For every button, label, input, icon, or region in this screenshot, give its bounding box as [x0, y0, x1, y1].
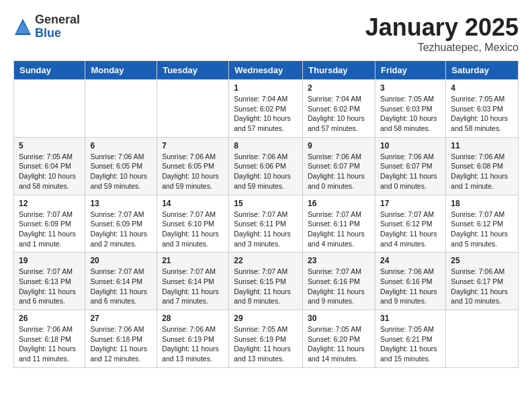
logo-text: General Blue — [35, 13, 80, 40]
day-info: Sunrise: 7:06 AM Sunset: 6:06 PM Dayligh… — [234, 152, 298, 191]
day-number: 4 — [451, 83, 513, 93]
weekday-header-friday: Friday — [375, 61, 445, 80]
month-title: January 2025 — [365, 13, 519, 42]
day-info: Sunrise: 7:05 AM Sunset: 6:03 PM Dayligh… — [380, 94, 441, 134]
day-info: Sunrise: 7:07 AM Sunset: 6:11 PM Dayligh… — [308, 210, 370, 249]
day-number: 9 — [308, 141, 370, 150]
day-number: 3 — [380, 83, 441, 93]
day-number: 21 — [162, 256, 224, 265]
calendar-cell: 27Sunrise: 7:06 AM Sunset: 6:18 PM Dayli… — [85, 310, 157, 368]
day-info: Sunrise: 7:07 AM Sunset: 6:09 PM Dayligh… — [19, 210, 80, 249]
day-number: 19 — [19, 256, 80, 265]
day-number: 18 — [451, 199, 513, 208]
day-number: 28 — [162, 314, 224, 323]
day-info: Sunrise: 7:07 AM Sunset: 6:11 PM Dayligh… — [234, 210, 298, 249]
day-info: Sunrise: 7:06 AM Sunset: 6:17 PM Dayligh… — [451, 267, 513, 306]
calendar-cell: 31Sunrise: 7:05 AM Sunset: 6:21 PM Dayli… — [375, 310, 445, 368]
calendar-cell: 25Sunrise: 7:06 AM Sunset: 6:17 PM Dayli… — [446, 253, 519, 310]
svg-marker-1 — [16, 21, 30, 34]
logo-icon — [13, 17, 32, 36]
weekday-header-sunday: Sunday — [14, 61, 85, 80]
day-info: Sunrise: 7:05 AM Sunset: 6:04 PM Dayligh… — [19, 152, 80, 191]
calendar-cell: 5Sunrise: 7:05 AM Sunset: 6:04 PM Daylig… — [14, 137, 85, 195]
weekday-header-wednesday: Wednesday — [229, 61, 303, 80]
calendar-cell: 10Sunrise: 7:06 AM Sunset: 6:07 PM Dayli… — [375, 137, 445, 195]
day-number: 23 — [308, 256, 370, 265]
day-info: Sunrise: 7:06 AM Sunset: 6:07 PM Dayligh… — [308, 152, 370, 191]
calendar-cell: 12Sunrise: 7:07 AM Sunset: 6:09 PM Dayli… — [14, 195, 85, 253]
day-info: Sunrise: 7:07 AM Sunset: 6:14 PM Dayligh… — [162, 267, 224, 306]
location: Tezhuatepec, Mexico — [365, 42, 519, 54]
calendar-cell: 6Sunrise: 7:06 AM Sunset: 6:05 PM Daylig… — [85, 137, 157, 195]
day-number: 2 — [308, 83, 370, 93]
calendar-cell: 14Sunrise: 7:07 AM Sunset: 6:10 PM Dayli… — [157, 195, 229, 253]
calendar-cell — [85, 80, 157, 138]
calendar-cell: 1Sunrise: 7:04 AM Sunset: 6:02 PM Daylig… — [229, 80, 303, 138]
day-info: Sunrise: 7:07 AM Sunset: 6:14 PM Dayligh… — [90, 267, 152, 306]
calendar-cell: 15Sunrise: 7:07 AM Sunset: 6:11 PM Dayli… — [229, 195, 303, 253]
day-info: Sunrise: 7:07 AM Sunset: 6:12 PM Dayligh… — [380, 210, 441, 249]
calendar-cell — [157, 80, 229, 138]
day-info: Sunrise: 7:05 AM Sunset: 6:21 PM Dayligh… — [380, 324, 441, 364]
day-number: 13 — [90, 199, 152, 208]
calendar-cell: 18Sunrise: 7:07 AM Sunset: 6:12 PM Dayli… — [446, 195, 519, 253]
calendar-cell: 26Sunrise: 7:06 AM Sunset: 6:18 PM Dayli… — [14, 310, 85, 368]
weekday-header-row: SundayMondayTuesdayWednesdayThursdayFrid… — [14, 61, 519, 80]
week-row-5: 26Sunrise: 7:06 AM Sunset: 6:18 PM Dayli… — [14, 310, 519, 368]
day-number: 20 — [90, 256, 152, 265]
day-info: Sunrise: 7:05 AM Sunset: 6:03 PM Dayligh… — [451, 94, 513, 134]
calendar: SundayMondayTuesdayWednesdayThursdayFrid… — [13, 60, 519, 368]
calendar-cell: 4Sunrise: 7:05 AM Sunset: 6:03 PM Daylig… — [446, 80, 519, 138]
calendar-cell: 24Sunrise: 7:06 AM Sunset: 6:16 PM Dayli… — [375, 253, 445, 310]
day-info: Sunrise: 7:05 AM Sunset: 6:20 PM Dayligh… — [308, 324, 370, 364]
day-number: 16 — [308, 199, 370, 208]
day-info: Sunrise: 7:06 AM Sunset: 6:05 PM Dayligh… — [162, 152, 224, 191]
title-block: January 2025 Tezhuatepec, Mexico — [365, 13, 519, 54]
day-number: 24 — [380, 256, 441, 265]
logo: General Blue — [13, 13, 80, 40]
calendar-cell: 22Sunrise: 7:07 AM Sunset: 6:15 PM Dayli… — [229, 253, 303, 310]
calendar-cell: 20Sunrise: 7:07 AM Sunset: 6:14 PM Dayli… — [85, 253, 157, 310]
calendar-cell: 16Sunrise: 7:07 AM Sunset: 6:11 PM Dayli… — [303, 195, 375, 253]
day-info: Sunrise: 7:07 AM Sunset: 6:16 PM Dayligh… — [308, 267, 370, 306]
weekday-header-tuesday: Tuesday — [157, 61, 229, 80]
day-number: 12 — [19, 199, 80, 208]
calendar-cell: 21Sunrise: 7:07 AM Sunset: 6:14 PM Dayli… — [157, 253, 229, 310]
calendar-cell: 11Sunrise: 7:06 AM Sunset: 6:08 PM Dayli… — [446, 137, 519, 195]
day-info: Sunrise: 7:06 AM Sunset: 6:08 PM Dayligh… — [451, 152, 513, 191]
day-number: 26 — [19, 314, 80, 323]
day-info: Sunrise: 7:07 AM Sunset: 6:15 PM Dayligh… — [234, 267, 298, 306]
day-info: Sunrise: 7:06 AM Sunset: 6:05 PM Dayligh… — [90, 152, 152, 191]
day-info: Sunrise: 7:04 AM Sunset: 6:02 PM Dayligh… — [234, 94, 298, 134]
calendar-cell: 29Sunrise: 7:05 AM Sunset: 6:19 PM Dayli… — [229, 310, 303, 368]
day-number: 27 — [90, 314, 152, 323]
calendar-cell: 23Sunrise: 7:07 AM Sunset: 6:16 PM Dayli… — [303, 253, 375, 310]
day-number: 17 — [380, 199, 441, 208]
week-row-3: 12Sunrise: 7:07 AM Sunset: 6:09 PM Dayli… — [14, 195, 519, 253]
logo-general: General — [35, 13, 80, 27]
day-number: 8 — [234, 141, 298, 150]
calendar-cell: 28Sunrise: 7:06 AM Sunset: 6:19 PM Dayli… — [157, 310, 229, 368]
calendar-cell: 19Sunrise: 7:07 AM Sunset: 6:13 PM Dayli… — [14, 253, 85, 310]
calendar-cell: 3Sunrise: 7:05 AM Sunset: 6:03 PM Daylig… — [375, 80, 445, 138]
day-number: 14 — [162, 199, 224, 208]
day-info: Sunrise: 7:06 AM Sunset: 6:07 PM Dayligh… — [380, 152, 441, 191]
weekday-header-saturday: Saturday — [446, 61, 519, 80]
day-info: Sunrise: 7:06 AM Sunset: 6:18 PM Dayligh… — [90, 324, 152, 364]
calendar-cell — [446, 310, 519, 368]
day-info: Sunrise: 7:07 AM Sunset: 6:10 PM Dayligh… — [162, 210, 224, 249]
day-number: 5 — [19, 141, 80, 150]
week-row-1: 1Sunrise: 7:04 AM Sunset: 6:02 PM Daylig… — [14, 80, 519, 138]
calendar-cell: 30Sunrise: 7:05 AM Sunset: 6:20 PM Dayli… — [303, 310, 375, 368]
day-number: 25 — [451, 256, 513, 265]
week-row-2: 5Sunrise: 7:05 AM Sunset: 6:04 PM Daylig… — [14, 137, 519, 195]
day-info: Sunrise: 7:05 AM Sunset: 6:19 PM Dayligh… — [234, 324, 298, 364]
day-number: 29 — [234, 314, 298, 323]
day-info: Sunrise: 7:07 AM Sunset: 6:12 PM Dayligh… — [451, 210, 513, 249]
day-info: Sunrise: 7:06 AM Sunset: 6:16 PM Dayligh… — [380, 267, 441, 306]
day-number: 30 — [308, 314, 370, 323]
day-number: 6 — [90, 141, 152, 150]
day-info: Sunrise: 7:07 AM Sunset: 6:09 PM Dayligh… — [90, 210, 152, 249]
calendar-cell — [14, 80, 85, 138]
day-number: 7 — [162, 141, 224, 150]
